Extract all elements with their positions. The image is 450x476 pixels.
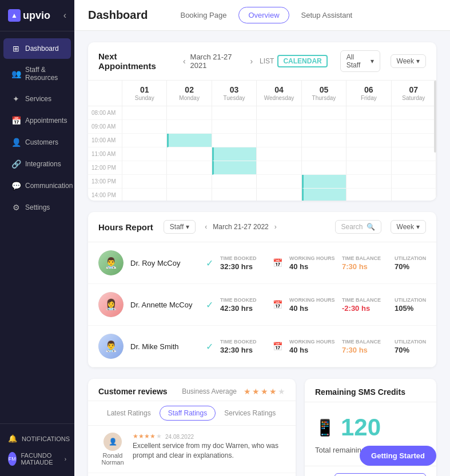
search-placeholder: Search [341, 223, 363, 231]
sidebar-item-settings[interactable]: ⚙ Settings [3, 197, 71, 218]
cell-05-0800[interactable] [302, 106, 347, 120]
cell-02-1100[interactable] [167, 147, 212, 161]
sms-footer: + BUY MORE CREDITS [305, 466, 436, 476]
staff-dropdown[interactable]: All Staff ▾ [340, 50, 380, 72]
cell-05-1300[interactable] [302, 175, 347, 189]
tab-latest-ratings[interactable]: Latest Ratings [98, 406, 160, 421]
tab-setup[interactable]: Setup Assistant [292, 7, 363, 23]
cell-01-1400[interactable] [122, 189, 167, 201]
working-hours-0: WORKING HOURS 40 hs [289, 255, 335, 271]
sidebar-item-label: Integrations [25, 160, 61, 168]
sms-count: 120 [341, 414, 381, 441]
user-profile-item[interactable]: FM FACUNDO MATIAUDE › [3, 447, 71, 470]
chevron-down-icon: ▾ [371, 57, 374, 65]
reviewer-avatar-0: 👤 [103, 433, 122, 451]
cell-04-1200[interactable] [257, 161, 301, 175]
sidebar-item-label: Dashboard [25, 45, 59, 53]
cell-01-1300[interactable] [122, 175, 167, 189]
cell-07-1400[interactable] [392, 189, 436, 201]
cell-07-0900[interactable] [392, 120, 436, 134]
cell-05-1400[interactable] [302, 189, 347, 201]
tab-services-ratings[interactable]: Services Ratings [216, 406, 284, 421]
cell-06-1100[interactable] [347, 147, 391, 161]
cell-04-0800[interactable] [257, 106, 301, 120]
cal-header-empty [88, 81, 122, 106]
next-date-arrow[interactable]: › [250, 57, 253, 66]
prev-date-arrow[interactable]: ‹ [183, 57, 186, 66]
cell-04-1400[interactable] [257, 189, 301, 201]
sms-title: Remaining SMS Credits [315, 387, 405, 397]
cell-06-1000[interactable] [347, 134, 391, 147]
cell-05-1000[interactable] [302, 134, 347, 147]
sidebar-toggle[interactable]: ‹ [63, 10, 66, 21]
time-1400: 14:00 PM [88, 189, 122, 201]
cell-06-1300[interactable] [347, 175, 391, 189]
cell-06-1200[interactable] [347, 161, 391, 175]
cell-01-1000[interactable] [122, 134, 167, 147]
tab-booking[interactable]: Booking Page [170, 7, 236, 23]
sidebar-item-communication[interactable]: 💬 Communication [3, 175, 71, 196]
cell-03-1000[interactable] [212, 134, 257, 147]
cell-05-1100[interactable] [302, 147, 347, 161]
calendar-toggle-button[interactable]: CALENDAR [277, 55, 327, 67]
sidebar-item-integrations[interactable]: 🔗 Integrations [3, 154, 71, 174]
sidebar-item-label: Appointments [25, 117, 67, 125]
cell-02-1000[interactable] [167, 134, 212, 147]
cell-02-0900[interactable] [167, 120, 212, 134]
staff-icon: 👥 [11, 69, 21, 78]
cell-07-0800[interactable] [392, 106, 436, 120]
cell-05-1200[interactable] [302, 161, 347, 175]
tab-staff-ratings[interactable]: Staff Ratings [160, 406, 216, 421]
cell-02-0800[interactable] [167, 106, 212, 120]
cell-04-1300[interactable] [257, 175, 301, 189]
sidebar-item-staff[interactable]: 👥 Staff & Resources [3, 60, 71, 87]
next-week-arrow[interactable]: › [274, 223, 277, 231]
sidebar-item-services[interactable]: ✦ Services [3, 89, 71, 109]
cell-02-1400[interactable] [167, 189, 212, 201]
hours-week-dropdown[interactable]: Week ▾ [391, 220, 426, 234]
cell-03-1400[interactable] [212, 189, 257, 201]
notifications-item[interactable]: 🔔 NOTIFICATIONS › [3, 430, 71, 447]
week-dropdown[interactable]: Week ▾ [391, 54, 426, 68]
cell-06-1400[interactable] [347, 189, 391, 201]
reviews-tabs: Latest Ratings Staff Ratings Services Ra… [88, 401, 296, 426]
cell-03-1200[interactable] [212, 161, 257, 175]
cell-03-0800[interactable] [212, 106, 257, 120]
cell-04-0900[interactable] [257, 120, 301, 134]
cell-02-1200[interactable] [167, 161, 212, 175]
buy-more-credits-button[interactable]: + BUY MORE CREDITS [334, 473, 426, 476]
tab-overview[interactable]: Overview [238, 7, 289, 23]
cell-01-0900[interactable] [122, 120, 167, 134]
utilization-2: UTILIZATION 70% [395, 339, 436, 354]
cell-07-1100[interactable] [392, 147, 436, 161]
getting-started-button[interactable]: Getting Started [360, 446, 436, 466]
staff-filter-dropdown[interactable]: Staff ▾ [164, 220, 196, 234]
cell-04-1100[interactable] [257, 147, 301, 161]
sidebar-item-appointments[interactable]: 📅 Appointments [3, 110, 71, 131]
scrollbar[interactable] [434, 81, 436, 153]
cell-03-1300[interactable] [212, 175, 257, 189]
sidebar-item-customers[interactable]: 👤 Customers [3, 132, 71, 153]
cell-03-1100[interactable] [212, 147, 257, 161]
cell-01-1100[interactable] [122, 147, 167, 161]
sidebar-item-dashboard[interactable]: ⊞ Dashboard [3, 38, 71, 59]
cell-04-1000[interactable] [257, 134, 301, 147]
cell-03-0900[interactable] [212, 120, 257, 134]
prev-week-arrow[interactable]: ‹ [205, 223, 207, 231]
cell-01-0800[interactable] [122, 106, 167, 120]
cell-06-0800[interactable] [347, 106, 391, 120]
cell-05-0900[interactable] [302, 120, 347, 134]
staff-name-0: Dr. Roy McCoy [130, 259, 199, 267]
cell-07-1000[interactable] [392, 134, 436, 147]
calendar-icon: 📅 [273, 300, 282, 309]
cal-day-05: 05Thursday [302, 81, 347, 106]
star-5: ★ [278, 387, 285, 396]
cell-01-1200[interactable] [122, 161, 167, 175]
cell-07-1200[interactable] [392, 161, 436, 175]
time-balance-0: TIME BALANCE 7:30 hs [342, 255, 388, 271]
hours-search[interactable]: Search 🔍 [335, 220, 381, 234]
cell-07-1300[interactable] [392, 175, 436, 189]
cell-02-1300[interactable] [167, 175, 212, 189]
check-icon: ✓ [206, 341, 213, 352]
cell-06-0900[interactable] [347, 120, 391, 134]
